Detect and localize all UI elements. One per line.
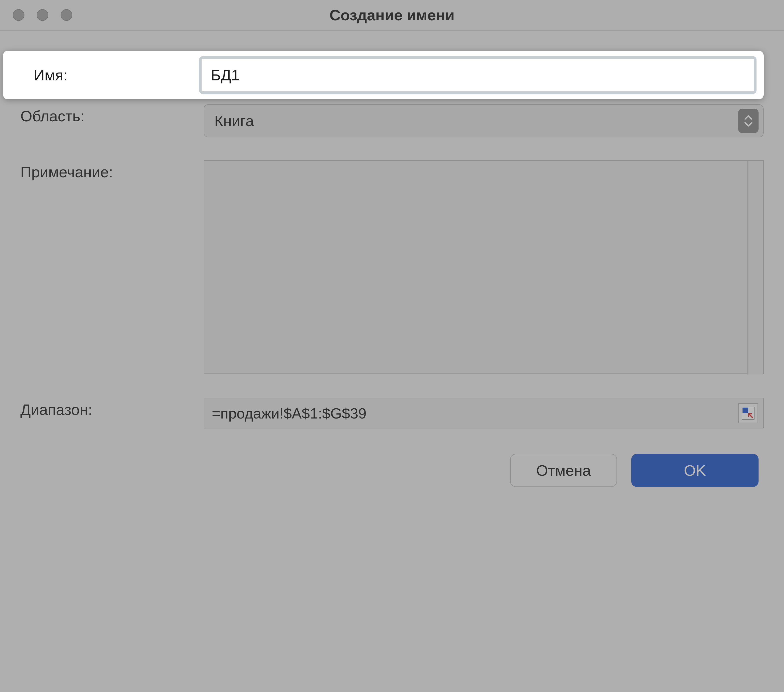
collapse-dialog-icon[interactable] xyxy=(738,403,758,423)
svg-rect-1 xyxy=(743,408,748,413)
name-input[interactable] xyxy=(211,66,745,84)
name-label: Имя: xyxy=(3,66,199,84)
titlebar: Создание имени xyxy=(0,0,784,31)
comment-label: Примечание: xyxy=(20,160,204,181)
scope-label: Область: xyxy=(20,104,204,125)
scope-value: Книга xyxy=(214,112,254,130)
ok-button[interactable]: OK xyxy=(631,454,759,487)
name-input-container xyxy=(199,56,756,94)
textarea-scrollbar[interactable] xyxy=(747,161,763,375)
dialog-title: Создание имени xyxy=(0,7,784,24)
comment-textarea[interactable] xyxy=(204,160,764,374)
scope-row: Область: Книга xyxy=(20,104,764,137)
range-row: Диапазон: xyxy=(20,398,764,429)
dialog-body: Область: Книга Примечание: xyxy=(0,31,784,502)
comment-row: Примечание: xyxy=(20,160,764,375)
dropdown-stepper-icon xyxy=(738,108,759,133)
name-row: Имя: xyxy=(3,51,764,99)
range-label: Диапазон: xyxy=(20,398,204,419)
new-name-dialog: Создание имени Область: Книга Прим xyxy=(0,0,784,692)
cancel-button[interactable]: Отмена xyxy=(510,454,617,487)
dialog-footer: Отмена OK xyxy=(20,454,764,487)
range-input[interactable] xyxy=(204,398,764,429)
scope-select[interactable]: Книга xyxy=(204,104,764,137)
